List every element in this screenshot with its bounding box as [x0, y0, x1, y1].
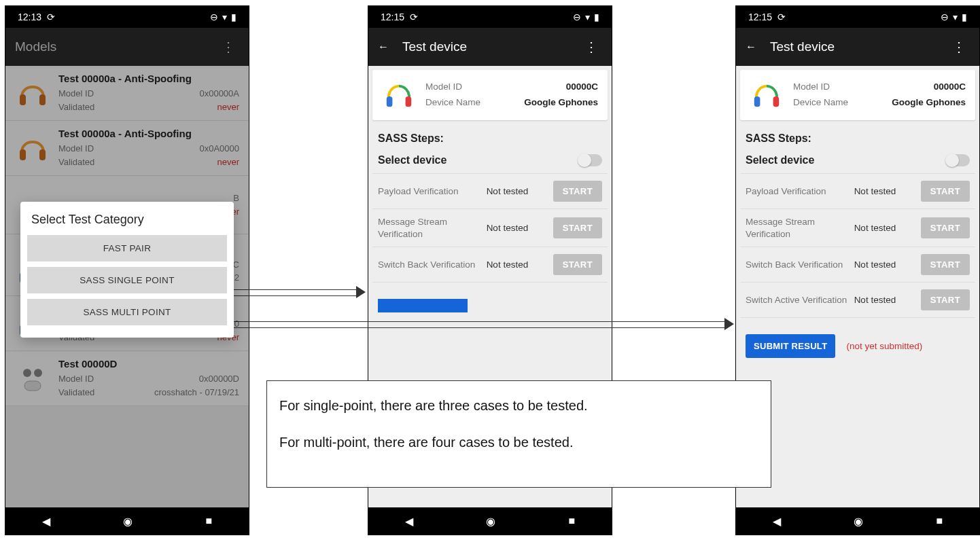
sass-multi-point-button[interactable]: SASS MULTI POINT — [27, 299, 227, 325]
phone-models: 12:13 ⟳ ⊖ ▾ ▮ Models ⋮ Test 00000a - Ant… — [5, 5, 249, 535]
test-row: Message Stream Verification Not tested S… — [372, 209, 608, 247]
svg-rect-14 — [773, 96, 780, 107]
android-nav-bar: ◀ ◉ ■ — [368, 507, 612, 535]
overflow-menu-icon[interactable]: ⋮ — [217, 35, 239, 59]
sass-steps-title: SASS Steps: — [378, 132, 602, 145]
overflow-menu-icon[interactable]: ⋮ — [948, 35, 970, 59]
test-device-body: Model ID00000C Device NameGoogle Gphones… — [736, 66, 979, 507]
nav-recent-icon[interactable]: ■ — [937, 515, 943, 527]
svg-rect-10 — [24, 381, 41, 391]
wifi-icon: ▾ — [585, 12, 590, 22]
test-row: Switch Active Verification Not tested ST… — [740, 283, 975, 318]
start-button[interactable]: START — [921, 181, 970, 202]
model-id-value: 00000C — [566, 79, 598, 95]
page-title: Models — [15, 39, 204, 54]
svg-rect-13 — [754, 96, 760, 107]
status-bar: 12:15 ⟳ ⊖ ▾ ▮ — [736, 6, 979, 28]
app-bar: Models ⋮ — [5, 28, 249, 66]
validated-value: never — [217, 101, 239, 114]
test-name: Payload Verification — [378, 185, 481, 198]
select-device-toggle[interactable] — [947, 154, 970, 166]
sync-icon: ⟳ — [777, 12, 786, 22]
nav-home-icon[interactable]: ◉ — [854, 515, 863, 528]
note-line-2: For multi-point, there are four cases to… — [279, 433, 758, 452]
select-device-toggle[interactable] — [579, 154, 602, 166]
status-bar: 12:15 ⟳ ⊖ ▾ ▮ — [368, 6, 612, 28]
annotation-note: For single-point, there are three cases … — [266, 380, 771, 488]
start-button[interactable]: START — [553, 217, 602, 238]
model-name: Test 00000a - Anti-Spoofing — [58, 128, 239, 139]
svg-rect-0 — [20, 94, 26, 105]
select-test-category-dialog: Select Test Category FAST PAIR SASS SING… — [20, 202, 234, 338]
headphones-icon — [15, 75, 50, 111]
note-line-1: For single-point, there are three cases … — [279, 396, 758, 415]
dnd-icon: ⊖ — [573, 12, 581, 22]
status-time: 12:13 — [18, 12, 41, 22]
model-item: Test 00000a - Anti-Spoofing Model ID0x00… — [5, 66, 249, 121]
submit-row: SUBMIT RESULT x — [378, 299, 602, 312]
model-id-value: 0x00000A — [199, 87, 239, 101]
headphones-icon — [382, 78, 416, 112]
svg-point-9 — [34, 369, 42, 377]
earbuds-icon — [15, 361, 50, 396]
nav-home-icon[interactable]: ◉ — [123, 515, 133, 528]
headphones-icon — [750, 78, 784, 112]
sync-icon: ⟳ — [410, 12, 418, 22]
submit-row: SUBMIT RESULT (not yet submitted) — [746, 334, 970, 358]
test-row: Payload Verification Not tested START — [740, 173, 975, 209]
app-bar: ← Test device ⋮ — [736, 28, 979, 66]
model-item: Test 00000D Model ID0x00000D Validatedcr… — [5, 351, 249, 406]
test-row: Switch Back Verification Not tested STAR… — [740, 247, 975, 283]
sync-icon: ⟳ — [47, 12, 55, 22]
test-row: Payload Verification Not tested START — [372, 173, 608, 209]
app-bar: ← Test device ⋮ — [368, 28, 612, 66]
submit-result-button[interactable]: SUBMIT RESULT — [378, 299, 468, 312]
start-button[interactable]: START — [921, 254, 970, 275]
model-name: Test 00000a - Anti-Spoofing — [58, 73, 239, 84]
model-item: Test 00000a - Anti-Spoofing Model ID0x0A… — [5, 121, 249, 176]
nav-home-icon[interactable]: ◉ — [486, 515, 495, 528]
battery-icon: ▮ — [594, 12, 599, 22]
overflow-menu-icon[interactable]: ⋮ — [580, 35, 602, 59]
device-name-value: Google Gphones — [524, 95, 598, 111]
start-button[interactable]: START — [553, 254, 602, 275]
svg-rect-12 — [406, 96, 412, 107]
page-title: Test device — [402, 39, 567, 54]
nav-back-icon[interactable]: ◀ — [773, 515, 781, 528]
wifi-icon: ▾ — [222, 12, 227, 22]
svg-rect-2 — [20, 149, 26, 160]
start-button[interactable]: START — [921, 289, 970, 310]
battery-icon: ▮ — [231, 12, 237, 22]
test-status: Not tested — [487, 186, 548, 196]
test-row: Message Stream Verification Not tested S… — [740, 209, 975, 247]
back-arrow-icon[interactable]: ← — [746, 41, 756, 53]
nav-back-icon[interactable]: ◀ — [405, 515, 413, 528]
start-button[interactable]: START — [921, 217, 970, 238]
sass-single-point-button[interactable]: SASS SINGLE POINT — [27, 267, 227, 293]
nav-recent-icon[interactable]: ■ — [569, 515, 576, 527]
dialog-title: Select Test Category — [31, 213, 223, 227]
nav-recent-icon[interactable]: ■ — [206, 515, 213, 527]
page-title: Test device — [770, 39, 934, 54]
submit-result-button[interactable]: SUBMIT RESULT — [746, 334, 835, 358]
svg-rect-3 — [39, 149, 46, 160]
select-device-label: Select device — [378, 154, 447, 166]
device-name-label: Device Name — [425, 95, 480, 111]
fast-pair-button[interactable]: FAST PAIR — [27, 235, 227, 262]
sass-steps-title: SASS Steps: — [746, 132, 970, 145]
arrow-single-to-phone2 — [226, 287, 366, 297]
arrow-multi-to-phone3 — [226, 319, 734, 329]
status-bar: 12:13 ⟳ ⊖ ▾ ▮ — [5, 6, 249, 28]
battery-icon: ▮ — [962, 12, 967, 22]
nav-back-icon[interactable]: ◀ — [42, 515, 50, 528]
svg-rect-1 — [39, 94, 46, 105]
start-button[interactable]: START — [553, 181, 602, 202]
svg-rect-11 — [387, 96, 393, 107]
back-arrow-icon[interactable]: ← — [378, 41, 389, 53]
select-device-label: Select device — [746, 154, 814, 166]
dnd-icon: ⊖ — [210, 12, 218, 22]
wifi-icon: ▾ — [953, 12, 958, 22]
android-nav-bar: ◀ ◉ ■ — [5, 507, 249, 535]
model-id-label: Model ID — [58, 87, 94, 101]
validated-label: Validated — [58, 101, 94, 114]
